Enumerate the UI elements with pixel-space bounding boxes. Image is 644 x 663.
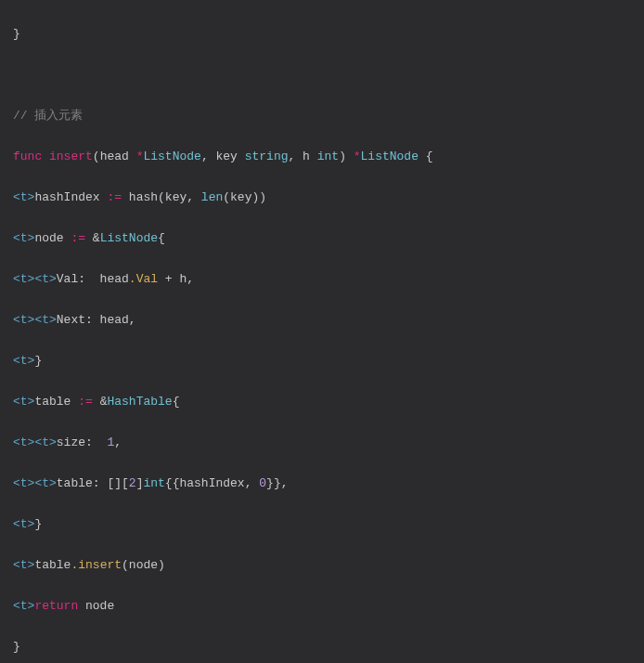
code-line: <t><t>table: [][2]int{{hashIndex, 0}}, [13,474,631,494]
code-editor[interactable]: } // 插入元素 func insert(head *ListNode, ke… [0,0,644,663]
code-line: // 插入元素 [13,106,631,126]
code-line: <t>hashIndex := hash(key, len(key)) [13,188,631,208]
code-line: } [13,637,631,657]
code-line: <t><t>Next: head, [13,310,631,331]
code-line: } [13,24,631,45]
code-line: <t>table := &HashTable{ [13,392,631,412]
code-line: <t>node := &ListNode{ [13,228,631,249]
code-line: <t>} [13,514,631,535]
code-line: <t>} [13,351,631,371]
code-line: <t>table.insert(node) [13,555,631,576]
code-line: <t>return node [13,596,631,617]
code-line: <t><t>size: 1, [13,433,631,453]
code-line: func insert(head *ListNode, key string, … [13,147,631,167]
code-line [13,65,631,85]
code-line: <t><t>Val: head.Val + h, [13,269,631,290]
